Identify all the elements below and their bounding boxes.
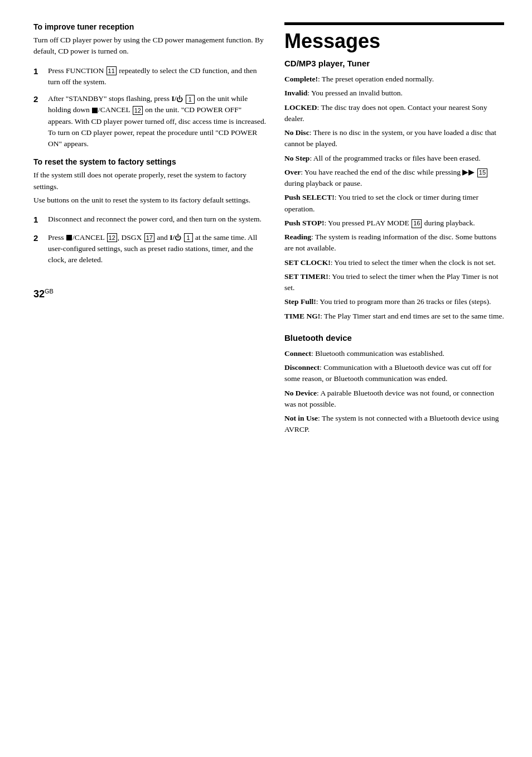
section-tuner: To improve tuner reception Turn off CD p… bbox=[33, 22, 268, 150]
step-number: 1 bbox=[33, 65, 42, 88]
msg-nodisc: No Disc: There is no disc in the system,… bbox=[284, 127, 504, 150]
msg-settimer: SET TIMER!: You tried to select the time… bbox=[284, 271, 504, 294]
button-ref-15: 15 bbox=[477, 168, 487, 177]
cdmp3-heading: CD/MP3 player, Tuner bbox=[284, 59, 504, 68]
page-number-value: 32 bbox=[33, 288, 45, 300]
step-2b: 2 Press /CANCEL 12, DSGX 17 and I/⏻ 1 at… bbox=[33, 232, 268, 266]
left-column: To improve tuner reception Turn off CD p… bbox=[33, 22, 268, 447]
msg-term: No Disc bbox=[284, 128, 309, 137]
msg-term: LOCKED bbox=[284, 103, 317, 112]
msg-term: No Device bbox=[284, 389, 317, 397]
step-text: Press FUNCTION 11 repeatedly to select t… bbox=[48, 65, 268, 88]
msg-notinuse: Not in Use: The system is not connected … bbox=[284, 413, 504, 436]
section-tuner-body: Turn off CD player power by using the CD… bbox=[33, 35, 268, 57]
msg-term: SET CLOCK! bbox=[284, 258, 331, 267]
msg-connect: Connect: Bluetooth communication was est… bbox=[284, 348, 504, 359]
section-reset-intro2: Use buttons on the unit to reset the sys… bbox=[33, 195, 268, 206]
page-number: 32GB bbox=[33, 288, 268, 300]
step-number: 2 bbox=[33, 232, 42, 266]
msg-complete: Complete!: The preset operation ended no… bbox=[284, 74, 504, 85]
msg-term: Push STOP! bbox=[284, 219, 324, 227]
bluetooth-messages: Connect: Bluetooth communication was est… bbox=[284, 348, 504, 436]
msg-stepfull: Step Full!: You tried to program more th… bbox=[284, 296, 504, 307]
messages-cdmp3-section: CD/MP3 player, Tuner Complete!: The pres… bbox=[284, 59, 504, 322]
step-2a: 2 After "STANDBY" stops flashing, press … bbox=[33, 93, 268, 150]
messages-bluetooth-section: Bluetooth device Connect: Bluetooth comm… bbox=[284, 333, 504, 436]
section-reset-intro1: If the system still does not operate pro… bbox=[33, 170, 268, 192]
page-container: To improve tuner reception Turn off CD p… bbox=[33, 22, 504, 447]
right-column: Messages CD/MP3 player, Tuner Complete!:… bbox=[284, 22, 504, 447]
msg-term: Push SELECT! bbox=[284, 193, 335, 201]
section-reset-steps: 1 Disconnect and reconnect the power cor… bbox=[33, 214, 268, 266]
step-text: Disconnect and reconnect the power cord,… bbox=[48, 214, 262, 226]
msg-term: No Step bbox=[284, 154, 309, 162]
section-tuner-heading: To improve tuner reception bbox=[33, 22, 268, 31]
bluetooth-heading: Bluetooth device bbox=[284, 333, 504, 343]
msg-disconnect: Disconnect: Communication with a Bluetoo… bbox=[284, 362, 504, 385]
stop-icon bbox=[92, 108, 98, 113]
section-tuner-steps: 1 Press FUNCTION 11 repeatedly to select… bbox=[33, 65, 268, 150]
section-reset: To reset the system to factory settings … bbox=[33, 157, 268, 266]
msg-timeng: TIME NG!: The Play Timer start and end t… bbox=[284, 311, 504, 322]
msg-term: Connect bbox=[284, 349, 311, 358]
button-ref-1b: 1 bbox=[184, 233, 193, 242]
button-ref-1: 1 bbox=[186, 95, 195, 104]
msg-term: Step Full! bbox=[284, 297, 316, 306]
msg-term: SET TIMER! bbox=[284, 272, 328, 281]
msg-term: TIME NG! bbox=[284, 312, 320, 320]
power-icon-2: ⏻ bbox=[175, 233, 181, 243]
power-icon: ⏻ bbox=[176, 94, 183, 104]
section-reset-heading: To reset the system to factory settings bbox=[33, 157, 268, 166]
step-number: 1 bbox=[33, 214, 42, 226]
msg-reading: Reading: The system is reading informati… bbox=[284, 232, 504, 254]
msg-term: Complete! bbox=[284, 75, 318, 83]
button-ref-12b: 12 bbox=[107, 233, 117, 242]
step-1b: 1 Disconnect and reconnect the power cor… bbox=[33, 214, 268, 226]
msg-setclock: SET CLOCK!: You tried to select the time… bbox=[284, 257, 504, 268]
step-text: Press /CANCEL 12, DSGX 17 and I/⏻ 1 at t… bbox=[48, 232, 268, 266]
button-ref-17: 17 bbox=[144, 233, 154, 242]
msg-nodevice: No Device: A pairable Bluetooth device w… bbox=[284, 388, 504, 411]
msg-term: Over bbox=[284, 168, 301, 176]
cdmp3-messages: Complete!: The preset operation ended no… bbox=[284, 74, 504, 322]
msg-nostep: No Step: All of the programmed tracks or… bbox=[284, 153, 504, 164]
button-ref-11: 11 bbox=[107, 66, 117, 75]
step-number: 2 bbox=[33, 93, 42, 150]
msg-term: Not in Use bbox=[284, 414, 318, 422]
button-ref-12: 12 bbox=[133, 106, 143, 115]
msg-over: Over: You have reached the end of the di… bbox=[284, 167, 504, 190]
msg-term: Reading bbox=[284, 233, 311, 241]
msg-pushstop: Push STOP!: You pressed PLAY MODE 16 dur… bbox=[284, 218, 504, 229]
msg-term: Invalid bbox=[284, 89, 307, 97]
step-text: After "STANDBY" stops flashing, press I/… bbox=[48, 93, 268, 150]
step-1a: 1 Press FUNCTION 11 repeatedly to select… bbox=[33, 65, 268, 88]
msg-invalid: Invalid: You pressed an invalid button. bbox=[284, 88, 504, 99]
page-suffix: GB bbox=[45, 288, 54, 295]
msg-term: Disconnect bbox=[284, 363, 320, 372]
stop-icon bbox=[66, 235, 72, 240]
button-ref-16: 16 bbox=[412, 219, 422, 228]
msg-pushselect: Push SELECT!: You tried to set the clock… bbox=[284, 192, 504, 215]
messages-title: Messages bbox=[284, 23, 504, 53]
msg-locked: LOCKED: The disc tray does not open. Con… bbox=[284, 102, 504, 125]
